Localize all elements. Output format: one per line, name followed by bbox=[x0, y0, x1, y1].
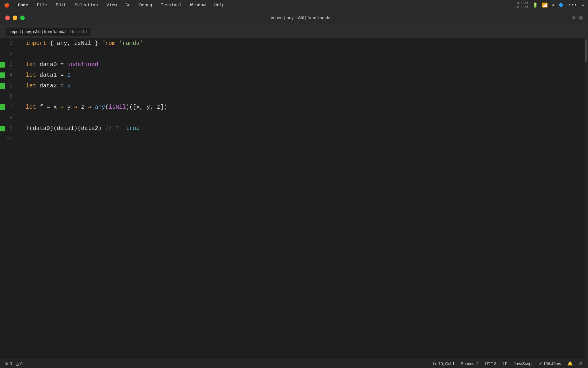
line-number-4: 4 bbox=[6, 70, 13, 80]
menu-file[interactable]: File bbox=[35, 2, 49, 8]
minimize-button[interactable] bbox=[13, 16, 17, 20]
breakpoint-7[interactable] bbox=[0, 104, 5, 110]
perf-indicator: ✔ 196.46ms bbox=[539, 361, 561, 366]
error-icon: ⊗ bbox=[5, 361, 9, 366]
line-gutter-1: 1 bbox=[0, 38, 17, 49]
scrollbar[interactable] bbox=[585, 38, 588, 359]
eol[interactable]: LF bbox=[503, 361, 507, 366]
menu-help[interactable]: Help bbox=[212, 2, 226, 8]
code-line-7: 7let f = x ⇒ y ⇒ z ⇒ any(isNil)([x, y, z… bbox=[0, 102, 585, 112]
line-gutter-9: 9 bbox=[0, 123, 17, 134]
battery-icon: 🔋 bbox=[532, 2, 538, 8]
tab-label-secondary: Untitled-1 bbox=[70, 29, 87, 34]
code-line-3: 3let data0 = undefined bbox=[0, 59, 585, 70]
code-line-4: 4let data1 = 1 bbox=[0, 70, 585, 80]
code-line-6: 6 bbox=[0, 91, 585, 102]
line-code-7[interactable]: let f = x ⇒ y ⇒ z ⇒ any(isNil)([x, y, z]… bbox=[17, 102, 585, 112]
notifications-icon[interactable]: 🔔 bbox=[567, 361, 573, 366]
window-title: import { any, isNil } from 'ramda' bbox=[30, 15, 572, 20]
menu-debug[interactable]: Debug bbox=[138, 2, 154, 8]
line-number-6: 6 bbox=[6, 91, 13, 102]
line-number-5: 5 bbox=[6, 80, 13, 91]
line-code-9[interactable]: f(data0)(data1)(data2) // ? true bbox=[17, 123, 585, 134]
editor-container: 1import { any, isNil } from 'ramda'23let… bbox=[0, 38, 588, 359]
language-mode[interactable]: JavaScript bbox=[514, 361, 532, 366]
line-code-8[interactable] bbox=[17, 112, 585, 123]
menu-edit[interactable]: Edit bbox=[54, 2, 68, 8]
line-code-2[interactable] bbox=[17, 49, 585, 59]
circle-icon[interactable] bbox=[579, 16, 583, 20]
line-gutter-6: 6 bbox=[0, 91, 17, 102]
line-number-7: 7 bbox=[6, 102, 13, 112]
code-line-5: 5let data2 = 2 bbox=[0, 80, 585, 91]
editor-content[interactable]: 1import { any, isNil } from 'ramda'23let… bbox=[0, 38, 585, 359]
error-number: 0 bbox=[10, 361, 12, 366]
traffic-lights bbox=[5, 16, 25, 20]
line-code-6[interactable] bbox=[17, 91, 585, 102]
maximize-button[interactable] bbox=[20, 16, 25, 20]
titlebar-icons: ⊞ bbox=[572, 15, 583, 21]
code-line-1: 1import { any, isNil } from 'ramda' bbox=[0, 38, 585, 49]
line-gutter-8: 8 bbox=[0, 112, 17, 123]
close-button[interactable] bbox=[5, 16, 10, 20]
line-code-3[interactable]: let data0 = undefined bbox=[17, 59, 585, 70]
network-speed: 3 KB/s 2 KB/s bbox=[517, 1, 528, 9]
menu-terminal[interactable]: Terminal bbox=[159, 2, 183, 8]
split-editor-icon[interactable]: ⊞ bbox=[572, 15, 575, 21]
menu-view[interactable]: View bbox=[105, 2, 119, 8]
line-gutter-5: 5 bbox=[0, 80, 17, 91]
menubar: 🍎 Code File Edit Selection View Go Debug… bbox=[0, 0, 588, 10]
line-number-2: 2 bbox=[6, 49, 13, 59]
status-left: ⊗ 0 △ 0 bbox=[5, 361, 23, 366]
finder-icon: 🔷 bbox=[558, 3, 564, 8]
warning-icon: △ bbox=[16, 361, 19, 366]
line-code-10[interactable] bbox=[17, 134, 585, 144]
code-area: 1import { any, isNil } from 'ramda'23let… bbox=[0, 38, 585, 144]
menu-code[interactable]: Code bbox=[16, 2, 30, 8]
apple-logo: 🍎 bbox=[4, 2, 10, 8]
tab-label-primary: import { any, isNil } from 'ramda' bbox=[10, 29, 66, 34]
menu-window[interactable]: Window bbox=[188, 2, 207, 8]
cursor-position[interactable]: Ln 10, Col 1 bbox=[433, 361, 454, 366]
tab-main[interactable]: import { any, isNil } from 'ramda' Untit… bbox=[6, 28, 91, 36]
statusbar: ⊗ 0 △ 0 Ln 10, Col 1 Spaces: 2 UTF-8 LF … bbox=[0, 359, 588, 368]
warning-number: 0 bbox=[20, 361, 23, 366]
line-number-8: 8 bbox=[6, 112, 13, 123]
line-number-10: 10 bbox=[6, 134, 13, 144]
search-icon: ⌕ bbox=[552, 3, 554, 8]
titlebar: import { any, isNil } from 'ramda' ⊞ bbox=[0, 10, 588, 25]
line-gutter-7: 7 bbox=[0, 102, 17, 112]
wifi-icon: 📶 bbox=[542, 2, 548, 8]
code-line-2: 2 bbox=[0, 49, 585, 59]
status-right: Ln 10, Col 1 Spaces: 2 UTF-8 LF JavaScri… bbox=[433, 361, 583, 366]
line-number-3: 3 bbox=[6, 59, 13, 70]
line-number-1: 1 bbox=[6, 38, 13, 49]
menu-selection[interactable]: Selection bbox=[73, 2, 100, 8]
line-code-1[interactable]: import { any, isNil } from 'ramda' bbox=[17, 38, 585, 49]
line-gutter-3: 3 bbox=[0, 59, 17, 70]
list-icon: ≡ bbox=[581, 3, 584, 8]
tabbar: import { any, isNil } from 'ramda' Untit… bbox=[0, 25, 588, 38]
remote-icon[interactable]: ⊘ bbox=[579, 361, 583, 366]
indentation[interactable]: Spaces: 2 bbox=[461, 361, 479, 366]
error-count[interactable]: ⊗ 0 bbox=[5, 361, 12, 366]
code-line-9: 9f(data0)(data1)(data2) // ? true bbox=[0, 123, 585, 134]
menu-go[interactable]: Go bbox=[124, 2, 132, 8]
line-code-5[interactable]: let data2 = 2 bbox=[17, 80, 585, 91]
line-number-9: 9 bbox=[6, 123, 13, 134]
breakpoint-4[interactable] bbox=[0, 72, 5, 78]
more-icon: ••• bbox=[568, 3, 577, 8]
line-gutter-4: 4 bbox=[0, 70, 17, 80]
encoding[interactable]: UTF-8 bbox=[485, 361, 496, 366]
menubar-right: 3 KB/s 2 KB/s 🔋 📶 ⌕ 🔷 ••• ≡ bbox=[517, 1, 584, 9]
line-gutter-10: 10 bbox=[0, 134, 17, 144]
scrollbar-thumb[interactable] bbox=[585, 39, 587, 62]
warning-count[interactable]: △ 0 bbox=[16, 361, 23, 366]
breakpoint-3[interactable] bbox=[0, 62, 5, 68]
code-line-8: 8 bbox=[0, 112, 585, 123]
line-gutter-2: 2 bbox=[0, 49, 17, 59]
breakpoint-5[interactable] bbox=[0, 83, 5, 89]
breakpoint-9[interactable] bbox=[0, 126, 5, 131]
code-line-10: 10 bbox=[0, 134, 585, 144]
line-code-4[interactable]: let data1 = 1 bbox=[17, 70, 585, 80]
